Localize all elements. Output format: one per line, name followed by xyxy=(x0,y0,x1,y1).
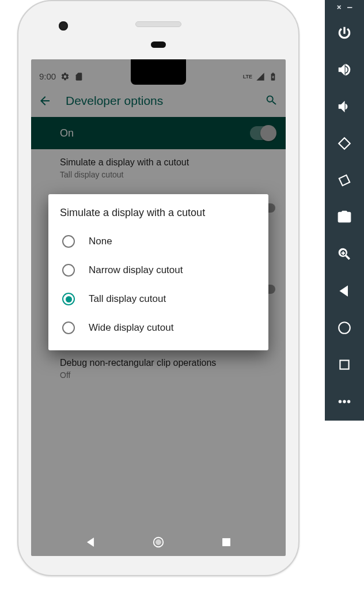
setting-value: Off xyxy=(60,370,275,380)
display-cutout-notch xyxy=(131,59,186,85)
more-icon[interactable] xyxy=(335,392,354,411)
radio-icon xyxy=(62,235,75,248)
battery-icon xyxy=(268,72,278,81)
svg-point-0 xyxy=(339,322,350,334)
volume-down-icon[interactable] xyxy=(335,97,354,116)
power-icon[interactable] xyxy=(335,23,354,43)
dialog-option-wide[interactable]: Wide display cutout xyxy=(60,313,257,342)
svg-point-3 xyxy=(343,400,346,403)
developer-options-switch[interactable] xyxy=(250,126,275,140)
radio-icon-selected xyxy=(62,293,75,305)
dialog-option-none[interactable]: None xyxy=(60,227,257,256)
option-label: Narrow display cutout xyxy=(89,264,183,276)
zoom-in-icon[interactable] xyxy=(335,244,354,264)
dialog-option-tall[interactable]: Tall display cutout xyxy=(60,285,257,313)
system-overview-icon[interactable] xyxy=(335,355,354,375)
nav-home-icon[interactable] xyxy=(150,534,166,550)
status-time: 9:00 xyxy=(39,71,56,81)
volume-up-icon[interactable] xyxy=(335,60,354,80)
nav-overview-icon[interactable] xyxy=(218,534,234,550)
phone-frame: 9:00 LTE D xyxy=(17,0,299,576)
option-label: Wide display cutout xyxy=(89,322,173,334)
setting-clip-ops[interactable]: Debug non-rectangular clip operations Of… xyxy=(31,350,286,388)
toggle-state-label: On xyxy=(60,127,74,139)
settings-status-icon xyxy=(60,72,70,81)
setting-display-cutout[interactable]: Simulate a display with a cutout Tall di… xyxy=(31,149,286,187)
setting-title: Simulate a display with a cutout xyxy=(60,157,275,168)
svg-point-4 xyxy=(347,400,350,403)
svg-rect-1 xyxy=(340,360,348,369)
nav-back-icon[interactable] xyxy=(83,534,99,550)
radio-icon xyxy=(62,322,75,334)
back-button[interactable] xyxy=(38,94,52,108)
network-type-label: LTE xyxy=(243,74,252,80)
radio-icon xyxy=(62,264,75,277)
camera-icon[interactable] xyxy=(335,207,354,227)
dialog-option-narrow[interactable]: Narrow display cutout xyxy=(60,256,257,285)
setting-title: Debug non-rectangular clip operations xyxy=(60,358,275,368)
android-nav-bar xyxy=(31,528,286,556)
option-label: None xyxy=(89,236,112,247)
sensor-pill xyxy=(151,41,166,48)
front-camera xyxy=(59,21,68,31)
page-title: Developer options xyxy=(66,94,251,108)
earpiece xyxy=(135,21,181,27)
signal-icon xyxy=(256,72,265,81)
rotate-left-icon[interactable] xyxy=(335,134,354,153)
sidebar-window-controls: × — xyxy=(325,0,364,17)
rotate-right-icon[interactable] xyxy=(335,171,354,190)
svg-point-2 xyxy=(339,400,341,403)
sdcard-status-icon xyxy=(74,72,84,81)
cutout-dialog: Simulate a display with a cutout None Na… xyxy=(48,194,268,350)
close-icon[interactable]: × xyxy=(337,2,342,12)
developer-options-toggle-row[interactable]: On xyxy=(31,117,286,149)
svg-rect-7 xyxy=(222,539,230,546)
device-screen: 9:00 LTE D xyxy=(31,59,286,556)
option-label: Tall display cutout xyxy=(89,293,166,305)
system-back-icon[interactable] xyxy=(335,281,354,301)
system-home-icon[interactable] xyxy=(335,318,354,338)
search-button[interactable] xyxy=(265,94,279,108)
minimize-icon[interactable]: — xyxy=(347,2,352,12)
dialog-title: Simulate a display with a cutout xyxy=(60,207,257,219)
emulator-sidebar: × — xyxy=(325,0,364,421)
svg-point-6 xyxy=(156,539,161,544)
setting-value: Tall display cutout xyxy=(60,170,275,179)
app-bar: Developer options xyxy=(31,85,286,117)
